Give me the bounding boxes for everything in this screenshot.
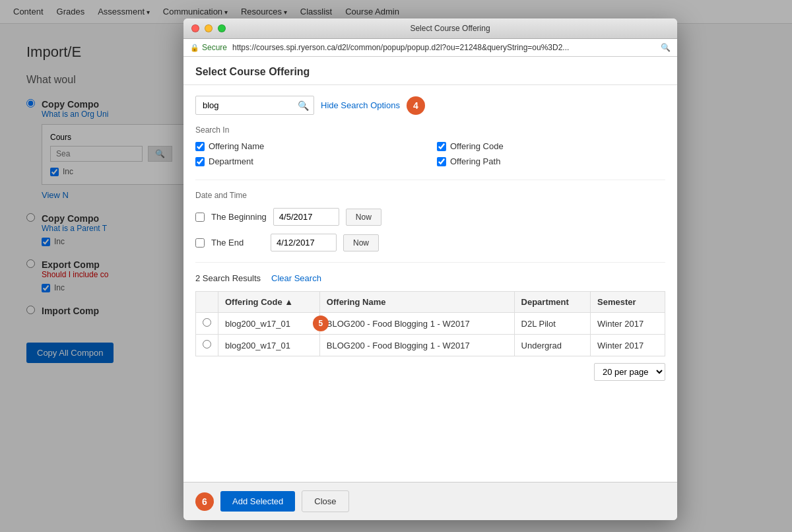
search-wrapper: 🔍 <box>195 96 314 115</box>
cb-department-label: Department <box>209 156 253 166</box>
window-close-button[interactable] <box>191 24 199 32</box>
col-department[interactable]: Department <box>514 292 591 313</box>
step-4-badge: 4 <box>407 96 425 115</box>
clear-search-button[interactable]: Clear Search <box>271 273 321 283</box>
close-button[interactable]: Close <box>302 490 348 512</box>
row-1-offering-name: BLOG200 - Food Blogging 1 - W2017 <box>319 313 514 335</box>
modal-body: Select Course Offering 🔍 Hide Search Opt… <box>183 57 677 482</box>
beginning-label: The Beginning <box>211 212 267 222</box>
row-1-offering-code: blog200_w17_01 5 <box>218 313 320 335</box>
cb-offering-name[interactable] <box>195 142 205 151</box>
end-label: The End <box>211 238 264 248</box>
col-offering-code[interactable]: Offering Code ▲ <box>218 292 320 313</box>
cb-offering-path[interactable] <box>437 157 446 166</box>
secure-label: Secure <box>202 43 227 52</box>
checkbox-offering-name: Offering Name <box>195 141 424 151</box>
row-2-department: Undergrad <box>514 335 591 356</box>
beginning-row: The Beginning Now <box>195 208 665 226</box>
step-6-badge: 6 <box>195 492 214 511</box>
date-time-label: Date and Time <box>195 191 665 200</box>
cb-department[interactable] <box>195 157 205 166</box>
window-title: Select Course Offering <box>231 24 669 33</box>
checkbox-offering-code: Offering Code <box>437 141 665 151</box>
secure-badge: 🔒 Secure <box>190 43 227 52</box>
modal-footer: 6 Add Selected Close <box>183 482 677 520</box>
row-1-semester: Winter 2017 <box>591 313 665 335</box>
search-in-label: Search In <box>195 125 665 135</box>
cb-offering-code-label: Offering Code <box>450 141 504 151</box>
table-header-row: Offering Code ▲ Offering Name Department… <box>196 292 665 313</box>
url-text[interactable]: https://courses.spi.ryerson.ca/d2l/commo… <box>232 43 655 52</box>
magnifier-icon: 🔍 <box>298 100 309 111</box>
hide-search-button[interactable]: Hide Search Options <box>321 100 400 110</box>
col-semester[interactable]: Semester <box>591 292 665 313</box>
checkbox-department: Department <box>195 156 424 166</box>
beginning-now-button[interactable]: Now <box>346 209 381 226</box>
pagination-row: 20 per page <box>195 356 665 387</box>
table-body: blog200_w17_01 5 BLOG200 - Food Blogging… <box>196 313 665 356</box>
row-2-offering-name: BLOG200 - Food Blogging 1 - W2017 <box>319 335 514 356</box>
modal-window: Select Course Offering 🔒 Secure https://… <box>183 18 677 520</box>
row-2-radio-cell <box>196 335 218 356</box>
row-1-radio-cell <box>196 313 218 335</box>
end-date-input[interactable] <box>271 234 337 251</box>
end-row: The End Now <box>195 234 665 251</box>
col-offering-name[interactable]: Offering Name <box>319 292 514 313</box>
window-titlebar: Select Course Offering <box>183 18 677 39</box>
address-bar: 🔒 Secure https://courses.spi.ryerson.ca/… <box>183 39 677 57</box>
results-header: 2 Search Results Clear Search <box>195 273 665 283</box>
search-input[interactable] <box>195 96 314 115</box>
window-minimize-button[interactable] <box>205 24 213 32</box>
end-now-button[interactable]: Now <box>343 234 379 251</box>
modal-header-title: Select Course Offering <box>195 66 665 78</box>
date-time-section: Date and Time The Beginning Now The End … <box>195 180 665 251</box>
cb-offering-path-label: Offering Path <box>450 156 500 166</box>
search-icon[interactable]: 🔍 <box>661 43 671 52</box>
lock-icon: 🔒 <box>190 44 199 52</box>
row-1-radio[interactable] <box>203 318 211 327</box>
row-2-semester: Winter 2017 <box>591 335 665 356</box>
cb-end[interactable] <box>195 238 205 248</box>
add-selected-button[interactable]: Add Selected <box>220 491 295 512</box>
table-row: blog200_w17_01 5 BLOG200 - Food Blogging… <box>196 313 665 335</box>
row-1-department: D2L Pilot <box>514 313 591 335</box>
search-in-checkboxes: Offering Name Offering Code Department O… <box>195 141 665 166</box>
checkbox-offering-path: Offering Path <box>437 156 665 166</box>
step-5-badge: 5 <box>313 316 329 331</box>
cb-offering-code[interactable] <box>437 142 446 151</box>
results-section: 2 Search Results Clear Search Offering C… <box>195 262 665 387</box>
row-2-radio[interactable] <box>203 340 211 349</box>
search-row: 🔍 Hide Search Options 4 <box>195 96 665 115</box>
cb-offering-name-label: Offering Name <box>209 141 264 151</box>
table-header: Offering Code ▲ Offering Name Department… <box>196 292 665 313</box>
beginning-date-input[interactable] <box>273 208 339 226</box>
window-maximize-button[interactable] <box>218 24 226 32</box>
table-row: blog200_w17_01 BLOG200 - Food Blogging 1… <box>196 335 665 356</box>
results-count: 2 Search Results <box>195 273 261 283</box>
modal-header: Select Course Offering <box>183 57 677 85</box>
cb-beginning[interactable] <box>195 213 205 222</box>
modal-main-body: 🔍 Hide Search Options 4 Search In Offeri… <box>183 85 677 482</box>
row-2-offering-code: blog200_w17_01 <box>218 335 320 356</box>
per-page-select[interactable]: 20 per page <box>594 363 665 381</box>
results-table: Offering Code ▲ Offering Name Department… <box>195 291 665 356</box>
col-radio <box>196 292 218 313</box>
